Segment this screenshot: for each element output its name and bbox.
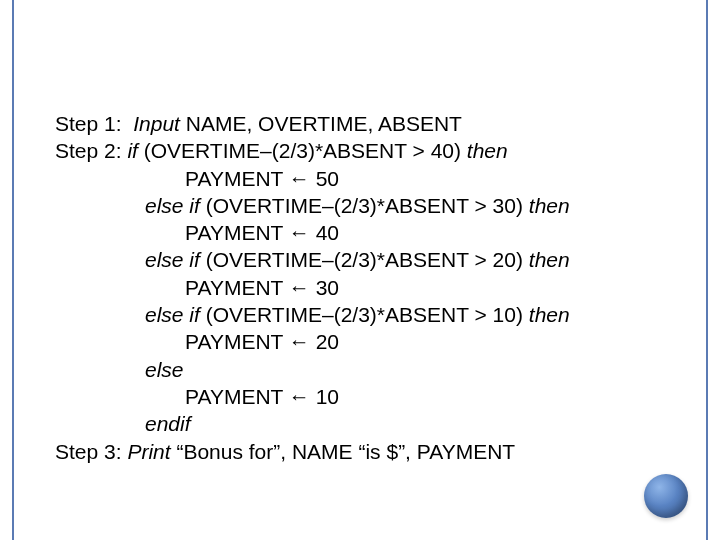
- assign-4: PAYMENT ← 20: [55, 328, 665, 355]
- step-1-line: Step 1: Input NAME, OVERTIME, ABSENT: [55, 110, 665, 137]
- slide-container: Step 1: Input NAME, OVERTIME, ABSENT Ste…: [0, 0, 720, 540]
- keyword-if: if: [127, 139, 143, 162]
- keyword-elseif: else if: [145, 194, 206, 217]
- keyword-then: then: [529, 248, 570, 271]
- condition-4: (OVERTIME–(2/3)*ABSENT > 10): [206, 303, 529, 326]
- assign-3: PAYMENT ← 30: [55, 274, 665, 301]
- step-2-line: Step 2: if (OVERTIME–(2/3)*ABSENT > 40) …: [55, 137, 665, 164]
- assign-5: PAYMENT ← 10: [55, 383, 665, 410]
- step-1-vars: NAME, OVERTIME, ABSENT: [180, 112, 462, 135]
- keyword-then: then: [529, 194, 570, 217]
- step-2-label: Step 2:: [55, 139, 127, 162]
- print-args: “Bonus for”, NAME “is $”, PAYMENT: [176, 440, 515, 463]
- condition-2: (OVERTIME–(2/3)*ABSENT > 30): [206, 194, 529, 217]
- pseudocode-block: Step 1: Input NAME, OVERTIME, ABSENT Ste…: [55, 110, 665, 465]
- keyword-then: then: [529, 303, 570, 326]
- step-3-label: Step 3:: [55, 440, 127, 463]
- step-1-label: Step 1:: [55, 112, 133, 135]
- condition-3: (OVERTIME–(2/3)*ABSENT > 20): [206, 248, 529, 271]
- assign-2: PAYMENT ← 40: [55, 219, 665, 246]
- elseif-3-line: else if (OVERTIME–(2/3)*ABSENT > 10) the…: [55, 301, 665, 328]
- step-3-line: Step 3: Print “Bonus for”, NAME “is $”, …: [55, 438, 665, 465]
- elseif-2-line: else if (OVERTIME–(2/3)*ABSENT > 20) the…: [55, 246, 665, 273]
- keyword-elseif: else if: [145, 248, 206, 271]
- elseif-1-line: else if (OVERTIME–(2/3)*ABSENT > 30) the…: [55, 192, 665, 219]
- assign-1: PAYMENT ← 50: [55, 165, 665, 192]
- keyword-print: Print: [127, 440, 176, 463]
- decorative-sphere-icon: [644, 474, 688, 518]
- condition-1: (OVERTIME–(2/3)*ABSENT > 40): [144, 139, 467, 162]
- keyword-else: else: [55, 356, 665, 383]
- keyword-elseif: else if: [145, 303, 206, 326]
- right-border-line: [706, 0, 708, 540]
- keyword-input: Input: [133, 112, 180, 135]
- keyword-endif: endif: [55, 410, 665, 437]
- left-border-line: [12, 0, 14, 540]
- keyword-then: then: [467, 139, 508, 162]
